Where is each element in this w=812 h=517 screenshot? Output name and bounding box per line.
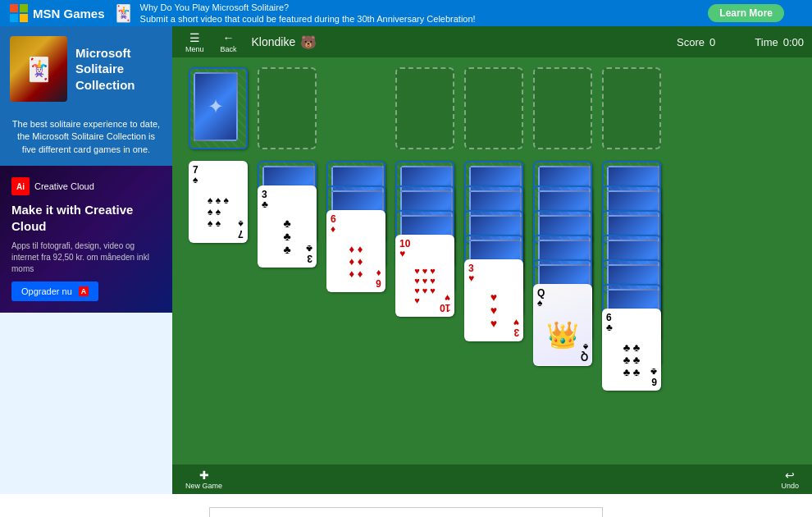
- foundation-3[interactable]: [533, 67, 592, 149]
- menu-icon: ☰: [189, 31, 200, 44]
- waste-slot[interactable]: [258, 67, 317, 149]
- game-title: Klondike: [252, 35, 296, 48]
- learn-more-button[interactable]: Learn More: [708, 4, 784, 22]
- time-section: Time 0:00: [755, 36, 804, 48]
- time-value: 0:00: [783, 36, 804, 48]
- tableau-col-3: ✦ ✦ 6♦ ♦ ♦♦ ♦♦ ♦ 6♦: [326, 161, 385, 292]
- msn-icon: [10, 4, 28, 22]
- tableau-col-4: ✦ ✦ ✦ 10♥ ♥ ♥ ♥♥ ♥ ♥♥ ♥ ♥♥ 10♥: [395, 161, 454, 317]
- stock-pile[interactable]: ✦: [189, 67, 248, 149]
- time-label: Time: [755, 36, 778, 48]
- card-6-diamonds[interactable]: 6♦ ♦ ♦♦ ♦♦ ♦ 6♦: [326, 210, 385, 292]
- svg-rect-3: [20, 14, 28, 22]
- ad-content-box: IBM The banking landscape is changing. A…: [209, 507, 603, 517]
- card-back-design: ✦: [194, 72, 238, 141]
- adobe-bottom-logo: A: [79, 286, 89, 296]
- new-game-button[interactable]: ✚ New Game: [180, 467, 227, 492]
- foundation-4[interactable]: [602, 67, 661, 149]
- tableau-col-2: ✦ 3♣ ♣♣♣ 3♣: [258, 161, 317, 268]
- card-3-hearts[interactable]: 3♥ ♥♥♥ 3♥: [464, 259, 523, 341]
- undo-button[interactable]: ↩ Undo: [776, 467, 804, 492]
- card-7-spades[interactable]: 7♠ ♠ ♠ ♠♠ ♠♠ ♠ 7♠: [189, 161, 248, 243]
- tableau-col-7: ✦ ✦ ✦ ✦ ✦ ✦: [602, 161, 661, 391]
- score-value: 0: [709, 36, 715, 48]
- undo-icon: ↩: [785, 469, 795, 482]
- tableau-col-6: ✦ ✦ ✦ ✦ ✦ Q♠ 👑: [533, 161, 592, 366]
- left-sidebar: 🃏 Microsoft Solitaire Collection The bes…: [0, 26, 172, 494]
- adobe-brand-name: Creative Cloud: [34, 181, 94, 191]
- bear-icon: 🐻: [300, 34, 317, 50]
- ad-headline: Make it with Creative Cloud: [11, 202, 161, 234]
- sidebar-game-title: Microsoft Solitaire Collection: [75, 45, 162, 94]
- game-title-bar: Klondike 🐻: [252, 34, 317, 50]
- game-thumbnail: 🃏: [10, 36, 67, 102]
- sidebar-ad: Ai Creative Cloud Make it with Creative …: [0, 166, 172, 313]
- adobe-logo: Ai Creative Cloud: [11, 177, 161, 195]
- bottom-ad: IBM The banking landscape is changing. A…: [0, 494, 812, 517]
- card-6-clubs[interactable]: 6♣ ♣ ♣♣ ♣♣ ♣ 6♣: [602, 309, 661, 391]
- svg-rect-0: [10, 4, 18, 12]
- svg-rect-2: [10, 14, 18, 22]
- adobe-icon: Ai: [11, 177, 30, 195]
- card-10-hearts[interactable]: 10♥ ♥ ♥ ♥♥ ♥ ♥♥ ♥ ♥♥ 10♥: [395, 235, 454, 317]
- top-row: ✦: [189, 67, 799, 149]
- score-section: Score 0: [677, 36, 715, 48]
- main-layout: 🃏 Microsoft Solitaire Collection The bes…: [0, 26, 812, 494]
- back-button[interactable]: ← Back: [216, 30, 242, 55]
- ad-cta-button[interactable]: Opgrader nu A: [11, 281, 98, 301]
- card-queen-spades[interactable]: Q♠ 👑 Q♠: [533, 284, 592, 366]
- sidebar-game-description: The best solitaire experience to date, t…: [0, 112, 172, 166]
- game-toolbar: ☰ Menu ← Back Klondike 🐻 Score 0 Time 0:…: [172, 26, 812, 57]
- tableau-col-5: ✦ ✦ ✦ ✦ 3♥ ♥♥♥ 3♥: [464, 161, 523, 341]
- tableau-row: 7♠ ♠ ♠ ♠♠ ♠♠ ♠ 7♠ ✦ 3♣ ♣♣♣ 3: [189, 161, 799, 391]
- game-board: ✦ 7♠ ♠ ♠ ♠♠ ♠♠ ♠: [172, 57, 812, 464]
- foundation-2[interactable]: [464, 67, 523, 149]
- tableau-col-1: 7♠ ♠ ♠ ♠♠ ♠♠ ♠ 7♠: [189, 161, 248, 243]
- ad-subtext: Apps til fotografi, design, video og int…: [11, 240, 161, 275]
- msn-logo: MSN Games: [10, 4, 105, 22]
- new-game-icon: ✚: [199, 469, 209, 482]
- score-label: Score: [677, 36, 705, 48]
- msn-games-label: MSN Games: [33, 7, 105, 21]
- top-banner: MSN Games 🃏 Why Do You Play Microsoft So…: [0, 0, 812, 26]
- card-3-clubs[interactable]: 3♣ ♣♣♣ 3♣: [258, 185, 317, 268]
- back-icon: ←: [223, 31, 235, 44]
- foundation-1[interactable]: [395, 67, 454, 149]
- bottom-toolbar: ✚ New Game ↩ Undo: [172, 464, 812, 494]
- game-container: ☰ Menu ← Back Klondike 🐻 Score 0 Time 0:…: [172, 26, 812, 494]
- menu-button[interactable]: ☰ Menu: [180, 30, 209, 55]
- svg-rect-1: [20, 4, 28, 12]
- promo-text: Why Do You Play Microsoft Solitaire? Sub…: [140, 2, 700, 25]
- sidebar-game-card: 🃏 Microsoft Solitaire Collection: [0, 26, 172, 112]
